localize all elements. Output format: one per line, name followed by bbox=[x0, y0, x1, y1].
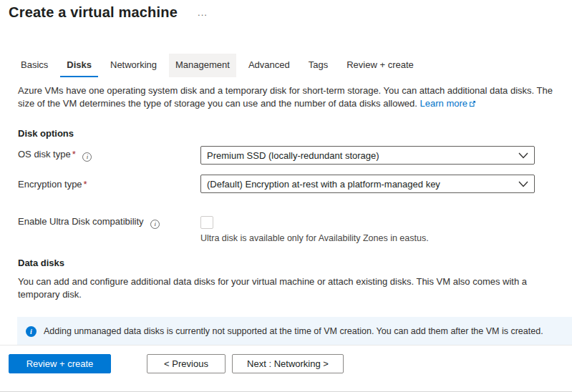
tab-tags[interactable]: Tags bbox=[302, 54, 334, 77]
chevron-down-icon bbox=[518, 150, 528, 161]
ultra-disk-helper-text: Ultra disk is available only for Availab… bbox=[200, 233, 562, 243]
info-banner: i Adding unmanaged data disks is current… bbox=[17, 317, 572, 346]
encryption-type-label: Encryption type* bbox=[18, 179, 200, 190]
footer-action-bar: Review + create < Previous Next : Networ… bbox=[0, 345, 572, 392]
required-mark: * bbox=[84, 179, 87, 190]
encryption-type-row: Encryption type* (Default) Encryption at… bbox=[18, 175, 562, 193]
data-disks-heading: Data disks bbox=[18, 258, 562, 268]
ultra-disk-checkbox[interactable] bbox=[200, 216, 213, 229]
os-disk-type-value: Premium SSD (locally-redundant storage) bbox=[207, 150, 379, 161]
more-options-button[interactable]: ... bbox=[198, 7, 208, 18]
tab-networking[interactable]: Networking bbox=[104, 54, 163, 77]
tab-management[interactable]: Management bbox=[169, 54, 236, 77]
page-title: Create a virtual machine bbox=[9, 4, 178, 21]
intro-text: Azure VMs have one operating system disk… bbox=[18, 84, 561, 111]
chevron-down-icon bbox=[518, 179, 528, 190]
review-create-button[interactable]: Review + create bbox=[9, 354, 111, 373]
disks-tab-content: Azure VMs have one operating system disk… bbox=[18, 84, 562, 346]
page-header: Create a virtual machine ... bbox=[9, 4, 563, 21]
ultra-disk-info-icon[interactable]: i bbox=[150, 220, 160, 229]
os-disk-type-label: OS disk type* i bbox=[18, 149, 200, 162]
tab-basics[interactable]: Basics bbox=[14, 54, 54, 77]
info-banner-text: Adding unmanaged data disks is currently… bbox=[44, 325, 543, 338]
wizard-tabs: Basics Disks Networking Management Advan… bbox=[14, 54, 563, 77]
os-disk-type-select[interactable]: Premium SSD (locally-redundant storage) bbox=[200, 146, 535, 165]
tab-disks[interactable]: Disks bbox=[60, 54, 98, 77]
encryption-type-control: (Default) Encryption at-rest with a plat… bbox=[200, 175, 562, 193]
ultra-disk-label: Enable Ultra Disk compatibility i bbox=[18, 216, 200, 229]
tab-review-create[interactable]: Review + create bbox=[340, 54, 420, 77]
learn-more-link[interactable]: Learn more bbox=[420, 98, 476, 109]
encryption-type-select[interactable]: (Default) Encryption at-rest with a plat… bbox=[200, 175, 535, 193]
learn-more-label: Learn more bbox=[420, 98, 467, 109]
required-mark: * bbox=[72, 149, 76, 160]
disk-options-heading: Disk options bbox=[18, 128, 562, 139]
tab-advanced[interactable]: Advanced bbox=[242, 54, 296, 77]
info-icon: i bbox=[26, 326, 37, 337]
ultra-disk-label-text: Enable Ultra Disk compatibility bbox=[18, 216, 144, 227]
data-disks-text: You can add and configure additional dat… bbox=[18, 275, 561, 301]
encryption-type-value: (Default) Encryption at-rest with a plat… bbox=[207, 179, 440, 190]
os-disk-type-control: Premium SSD (locally-redundant storage) bbox=[200, 146, 562, 165]
ultra-disk-row: Enable Ultra Disk compatibility i Ultra … bbox=[18, 216, 562, 243]
ultra-disk-control: Ultra disk is available only for Availab… bbox=[200, 216, 562, 243]
external-link-icon bbox=[469, 98, 476, 111]
create-vm-page: Create a virtual machine ... Basics Disk… bbox=[0, 0, 572, 346]
encryption-type-label-text: Encryption type bbox=[18, 179, 82, 190]
previous-button[interactable]: < Previous bbox=[147, 354, 226, 373]
next-networking-button[interactable]: Next : Networking > bbox=[232, 354, 344, 373]
os-disk-type-info-icon[interactable]: i bbox=[82, 152, 92, 162]
os-disk-type-row: OS disk type* i Premium SSD (locally-red… bbox=[18, 146, 562, 165]
os-disk-type-label-text: OS disk type bbox=[18, 149, 71, 160]
